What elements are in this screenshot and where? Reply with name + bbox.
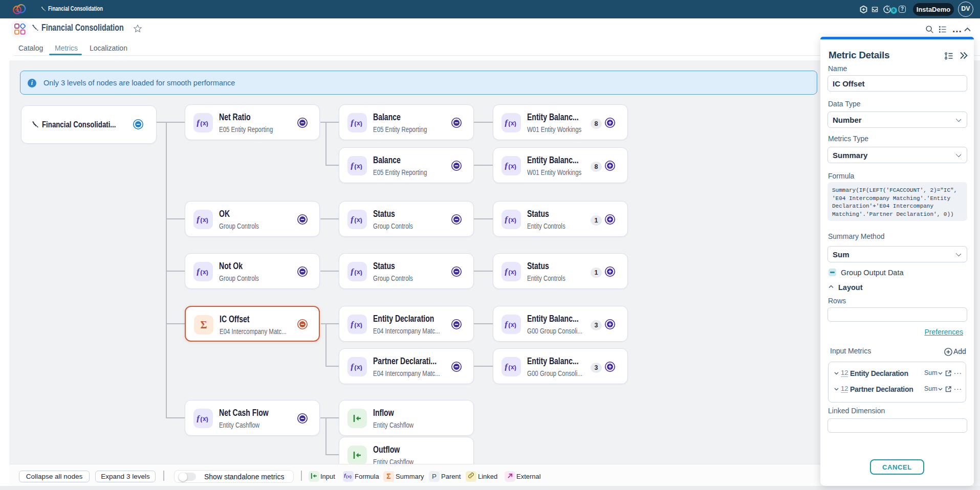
svg-text:): ) [360, 321, 362, 328]
svg-text:): ) [206, 120, 208, 127]
svg-text:): ) [206, 216, 208, 224]
svg-text:): ) [360, 163, 362, 170]
svg-text:): ) [514, 120, 516, 127]
svg-text:): ) [514, 269, 516, 276]
svg-text:): ) [514, 163, 516, 170]
svg-text:): ) [360, 269, 362, 276]
svg-text:): ) [514, 321, 516, 328]
svg-text:): ) [514, 216, 516, 224]
svg-text:): ) [360, 364, 362, 371]
svg-text:): ) [360, 120, 362, 127]
svg-text:): ) [206, 269, 208, 276]
svg-text:): ) [350, 474, 352, 479]
svg-text:): ) [206, 415, 208, 422]
svg-text:): ) [360, 216, 362, 224]
svg-text:): ) [514, 364, 516, 371]
